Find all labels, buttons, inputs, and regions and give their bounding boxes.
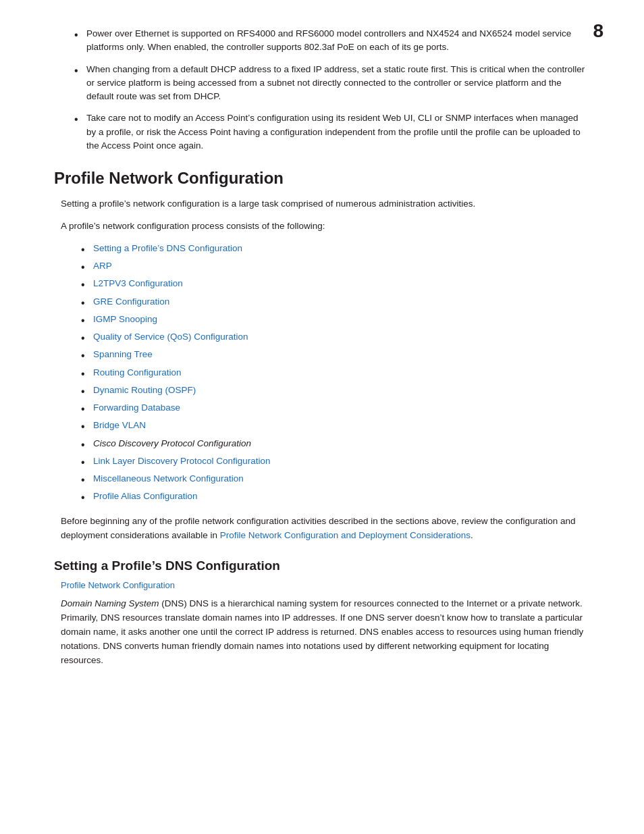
link-item-spanning-tree: Spanning Tree: [81, 348, 590, 361]
dns-body-text: Domain Naming System (DNS) DNS is a hier…: [61, 597, 590, 668]
profile-network-link-list: Setting a Profile’s DNS Configuration AR…: [81, 242, 590, 504]
link-item-alias: Profile Alias Configuration: [81, 490, 590, 503]
link-item-lldp: Link Layer Discovery Protocol Configurat…: [81, 454, 590, 468]
profile-network-intro2: A profile’s network configuration proces…: [61, 219, 590, 234]
link-profile-network-deployment[interactable]: Profile Network Configuration and Deploy…: [220, 530, 471, 540]
link-misc-network[interactable]: Miscellaneous Network Configuration: [93, 473, 244, 484]
bullet-item-access-point: Take care not to modify an Access Point’…: [74, 111, 590, 153]
link-lldp[interactable]: Link Layer Discovery Protocol Configurat…: [93, 456, 271, 466]
link-item-igmp: IGMP Snooping: [81, 313, 590, 326]
link-routing[interactable]: Routing Configuration: [93, 367, 182, 377]
link-item-misc: Miscellaneous Network Configuration: [81, 472, 590, 486]
section-heading-profile-network: Profile Network Configuration: [54, 169, 590, 188]
link-item-dns: Setting a Profile’s DNS Configuration: [81, 242, 590, 255]
link-item-routing: Routing Configuration: [81, 366, 590, 380]
link-qos[interactable]: Quality of Service (QoS) Configuration: [93, 332, 248, 342]
link-bridge-vlan[interactable]: Bridge VLAN: [93, 420, 146, 430]
profile-network-content: Setting a profile’s network configuratio…: [61, 197, 590, 542]
link-item-cisco-discovery: Cisco Discovery Protocol Configuration: [81, 437, 590, 450]
link-arp[interactable]: ARP: [93, 261, 112, 271]
link-item-arp: ARP: [81, 259, 590, 273]
dns-italic-start: Domain Naming System: [61, 598, 159, 608]
profile-network-outro: Before beginning any of the profile netw…: [61, 515, 590, 543]
link-item-qos: Quality of Service (QoS) Configuration: [81, 330, 590, 344]
link-item-forwarding: Forwarding Database: [81, 401, 590, 415]
link-igmp[interactable]: IGMP Snooping: [93, 314, 157, 324]
link-dns[interactable]: Setting a Profile’s DNS Configuration: [93, 243, 242, 253]
link-profile-alias[interactable]: Profile Alias Configuration: [93, 491, 198, 501]
bullet-item-dhcp: When changing from a default DHCP addres…: [74, 63, 590, 104]
subsection-heading-dns: Setting a Profile’s DNS Configuration: [54, 558, 590, 573]
link-item-ospf: Dynamic Routing (OSPF): [81, 384, 590, 397]
link-profile-network-ref[interactable]: Profile Network Configuration: [61, 580, 590, 590]
link-item-l2tpv3: L2TPV3 Configuration: [81, 277, 590, 290]
link-cisco-discovery-static: Cisco Discovery Protocol Configuration: [93, 438, 251, 448]
link-spanning-tree[interactable]: Spanning Tree: [93, 349, 153, 359]
dns-config-content: Profile Network Configuration Domain Nam…: [61, 580, 590, 668]
profile-network-intro1: Setting a profile’s network configuratio…: [61, 197, 590, 211]
link-item-gre: GRE Configuration: [81, 295, 590, 309]
link-gre[interactable]: GRE Configuration: [93, 296, 169, 307]
link-l2tpv3[interactable]: L2TPV3 Configuration: [93, 278, 183, 288]
bullet-item-poe: Power over Ethernet is supported on RFS4…: [74, 27, 590, 55]
page-container: 8 Power over Ethernet is supported on RF…: [0, 0, 644, 834]
top-bullet-list: Power over Ethernet is supported on RFS4…: [74, 27, 590, 153]
link-ospf[interactable]: Dynamic Routing (OSPF): [93, 385, 196, 395]
link-forwarding-db[interactable]: Forwarding Database: [93, 402, 180, 413]
page-number: 8: [593, 20, 603, 42]
link-item-bridge-vlan: Bridge VLAN: [81, 419, 590, 432]
